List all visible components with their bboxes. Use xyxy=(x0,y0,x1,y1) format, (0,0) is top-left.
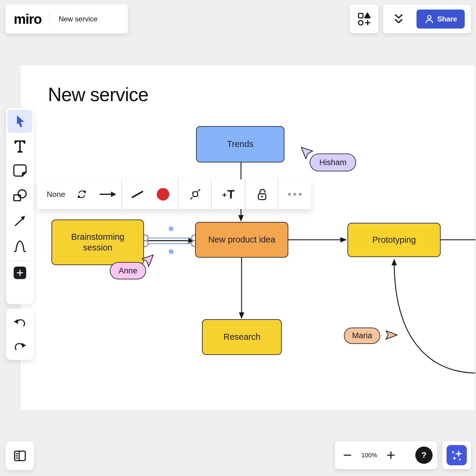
ai-assist-card xyxy=(442,441,471,469)
bend-handle-bottom[interactable] xyxy=(169,249,173,254)
ctx-lock-segment xyxy=(245,179,278,209)
node-label: New product idea xyxy=(208,234,276,245)
question-mark: ? xyxy=(421,450,426,460)
board-canvas[interactable]: New service xyxy=(20,65,475,411)
text-tool[interactable] xyxy=(6,133,34,158)
cursor-label-hisham: Hisham xyxy=(310,154,356,171)
person-icon xyxy=(424,14,434,24)
connector-context-toolbar: None + T xyxy=(37,179,311,209)
cursor-label-anne: Anne xyxy=(110,262,146,279)
add-text-button[interactable]: + T xyxy=(222,188,235,201)
node-label: Trends xyxy=(227,139,253,149)
unlock-icon[interactable] xyxy=(254,187,269,202)
plus-icon xyxy=(14,267,26,279)
text-icon xyxy=(12,138,27,153)
collapse-button[interactable] xyxy=(393,13,405,25)
cursor-icon xyxy=(12,114,27,129)
bend-handle-top[interactable] xyxy=(169,226,173,231)
add-more-tools-button[interactable] xyxy=(6,263,34,282)
ctx-line-segment xyxy=(122,179,178,209)
shapes-tool[interactable] xyxy=(6,183,34,208)
pen-tool[interactable] xyxy=(6,233,34,258)
sparkles-icon xyxy=(449,447,464,463)
history-palette xyxy=(6,309,34,360)
pen-icon xyxy=(12,238,27,253)
undo-button[interactable] xyxy=(6,312,34,333)
shapes-icon xyxy=(12,188,28,203)
header-divider xyxy=(49,12,50,26)
node-label: Brainstorming session xyxy=(62,232,134,253)
ctx-text-segment: + T xyxy=(212,179,245,209)
cursor-pointer-maria xyxy=(385,330,398,340)
node-new-product-idea[interactable]: New product idea xyxy=(195,222,288,258)
connector-curved-prototyping[interactable] xyxy=(392,259,475,373)
node-label: Prototyping xyxy=(372,235,416,245)
app-header-card: miro New service xyxy=(5,4,128,34)
ctx-style-segment: None xyxy=(37,179,121,209)
ctx-more-segment xyxy=(278,179,311,209)
arrow-icon xyxy=(13,213,27,228)
sticky-note-tool[interactable] xyxy=(6,158,34,183)
tee-glyph: T xyxy=(227,188,234,201)
plus-glyph: + xyxy=(222,190,227,200)
apps-icon xyxy=(357,12,371,26)
ai-assist-button[interactable] xyxy=(447,445,467,465)
node-brainstorming-session[interactable]: Brainstorming session xyxy=(51,220,144,265)
miro-logo[interactable]: miro xyxy=(14,11,42,27)
zoom-out-button[interactable] xyxy=(339,451,356,460)
connector-newproduct-research[interactable] xyxy=(239,258,244,319)
connection-type-selector[interactable]: None xyxy=(47,190,65,199)
plus-icon xyxy=(386,451,395,460)
share-label: Share xyxy=(437,15,457,23)
undo-icon xyxy=(13,317,27,328)
resize-icon[interactable] xyxy=(187,187,203,202)
node-prototyping[interactable]: Prototyping xyxy=(347,223,441,257)
redo-button[interactable] xyxy=(6,336,34,357)
cursor-label-maria: Maria xyxy=(344,328,380,344)
sticky-note-icon xyxy=(12,163,27,178)
frames-panel-button[interactable] xyxy=(5,441,34,470)
node-label: Research xyxy=(223,332,260,342)
zoom-controls: 100% ? xyxy=(335,441,437,469)
line-style-icon[interactable] xyxy=(131,189,144,199)
ctx-resize-segment xyxy=(178,179,211,209)
toolbar-divider xyxy=(10,260,29,261)
swap-direction-icon[interactable] xyxy=(75,188,88,200)
select-tool[interactable] xyxy=(7,110,32,133)
sidebar-panel-icon xyxy=(13,449,27,463)
connection-line-tool[interactable] xyxy=(6,208,34,233)
more-options-icon[interactable] xyxy=(287,192,303,196)
collaborator-name: Anne xyxy=(118,266,137,275)
zoom-level[interactable]: 100% xyxy=(356,452,382,459)
arrowhead-style-icon[interactable] xyxy=(98,190,117,198)
tool-palette xyxy=(6,108,34,304)
node-trends[interactable]: Trends xyxy=(196,126,284,162)
redo-icon xyxy=(13,340,27,352)
node-research[interactable]: Research xyxy=(202,319,282,355)
color-swatch-red[interactable] xyxy=(157,188,169,201)
connector-newproduct-prototyping[interactable] xyxy=(288,237,347,242)
board-title[interactable]: New service xyxy=(59,15,98,23)
collaborator-name: Hisham xyxy=(319,158,347,167)
share-toolbar-card: Share xyxy=(383,5,471,33)
share-button[interactable]: Share xyxy=(416,10,465,29)
collaborator-name: Maria xyxy=(352,331,372,340)
minus-icon xyxy=(343,451,352,460)
apps-button[interactable] xyxy=(350,5,378,33)
double-chevron-down-icon xyxy=(393,13,405,25)
help-button[interactable]: ? xyxy=(415,447,433,464)
zoom-in-button[interactable] xyxy=(382,451,400,460)
